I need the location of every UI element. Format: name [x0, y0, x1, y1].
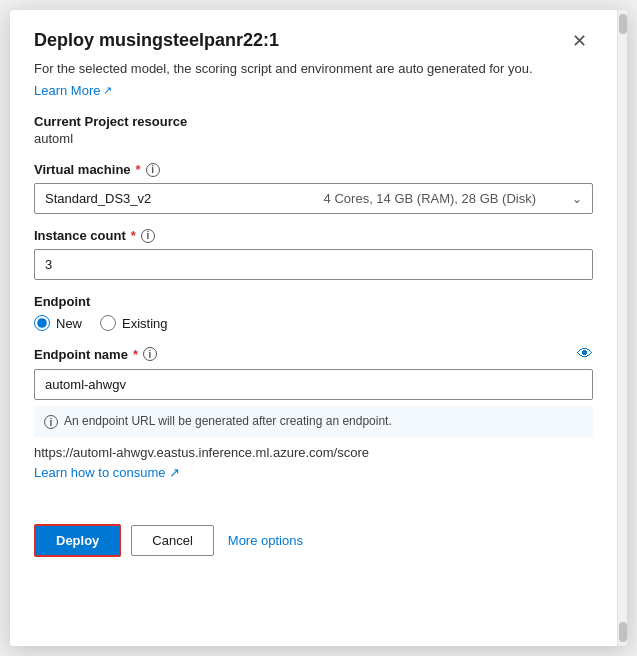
dialog-description: For the selected model, the scoring scri…: [34, 60, 593, 78]
vm-info-icon[interactable]: i: [146, 163, 160, 177]
dialog-main-content: Deploy musingsteelpanr22:1 ✕ For the sel…: [10, 10, 617, 646]
instance-count-input[interactable]: [34, 249, 593, 280]
consume-link[interactable]: Learn how to consume ↗: [34, 465, 180, 480]
dialog-title: Deploy musingsteelpanr22:1: [34, 30, 279, 51]
endpoint-new-radio[interactable]: [34, 315, 50, 331]
consume-external-icon: ↗: [169, 465, 180, 480]
scrollbar-thumb-bottom[interactable]: [619, 622, 627, 642]
instance-count-field: Instance count * i: [34, 228, 593, 280]
deploy-button[interactable]: Deploy: [34, 524, 121, 557]
scrollbar-track[interactable]: [617, 10, 627, 646]
endpoint-name-field: Endpoint name * i 👁 i An endpoint URL wi…: [34, 345, 593, 500]
notice-info-icon: i: [44, 415, 58, 429]
more-options-button[interactable]: More options: [224, 526, 307, 555]
endpoint-existing-label: Existing: [122, 316, 168, 331]
endpoint-radio-group: New Existing: [34, 315, 593, 331]
chevron-down-icon: ⌄: [572, 192, 582, 206]
endpoint-existing-radio[interactable]: [100, 315, 116, 331]
external-link-icon: ↗: [103, 84, 112, 97]
virtual-machine-select[interactable]: Standard_DS3_v2 4 Cores, 14 GB (RAM), 28…: [34, 183, 593, 214]
dialog-footer: Deploy Cancel More options: [34, 514, 593, 557]
current-project-label: Current Project resource: [34, 114, 593, 129]
endpoint-new-option[interactable]: New: [34, 315, 82, 331]
scrollbar-thumb-top[interactable]: [619, 14, 627, 34]
endpoint-existing-option[interactable]: Existing: [100, 315, 168, 331]
endpoint-name-required-star: *: [133, 347, 138, 362]
vm-selected-value: Standard_DS3_v2: [45, 191, 151, 206]
endpoint-notice: i An endpoint URL will be generated afte…: [34, 406, 593, 437]
vm-specs: 4 Cores, 14 GB (RAM), 28 GB (Disk): [324, 191, 556, 206]
instance-count-info-icon[interactable]: i: [141, 229, 155, 243]
endpoint-name-label-row: Endpoint name * i 👁: [34, 345, 593, 363]
endpoint-name-input[interactable]: [34, 369, 593, 400]
dialog-header: Deploy musingsteelpanr22:1 ✕: [34, 30, 593, 52]
virtual-machine-label: Virtual machine * i: [34, 162, 593, 177]
endpoint-url: https://automl-ahwgv.eastus.inference.ml…: [34, 445, 593, 460]
instance-count-label: Instance count * i: [34, 228, 593, 243]
current-project-value: automl: [34, 131, 593, 146]
deploy-dialog: Deploy musingsteelpanr22:1 ✕ For the sel…: [10, 10, 627, 646]
instance-count-required-star: *: [131, 228, 136, 243]
cancel-button[interactable]: Cancel: [131, 525, 213, 556]
eye-icon[interactable]: 👁: [577, 345, 593, 363]
close-button[interactable]: ✕: [566, 30, 593, 52]
vm-required-star: *: [136, 162, 141, 177]
learn-more-text: Learn More: [34, 83, 100, 98]
endpoint-name-label: Endpoint name * i: [34, 347, 157, 362]
virtual-machine-field: Virtual machine * i Standard_DS3_v2 4 Co…: [34, 162, 593, 214]
endpoint-new-label: New: [56, 316, 82, 331]
endpoint-section-label: Endpoint: [34, 294, 593, 309]
learn-more-link[interactable]: Learn More ↗: [34, 83, 112, 98]
current-project-section: Current Project resource automl: [34, 114, 593, 146]
consume-link-text: Learn how to consume: [34, 465, 166, 480]
endpoint-name-info-icon[interactable]: i: [143, 347, 157, 361]
notice-text: An endpoint URL will be generated after …: [64, 414, 392, 428]
endpoint-section: Endpoint New Existing: [34, 294, 593, 331]
